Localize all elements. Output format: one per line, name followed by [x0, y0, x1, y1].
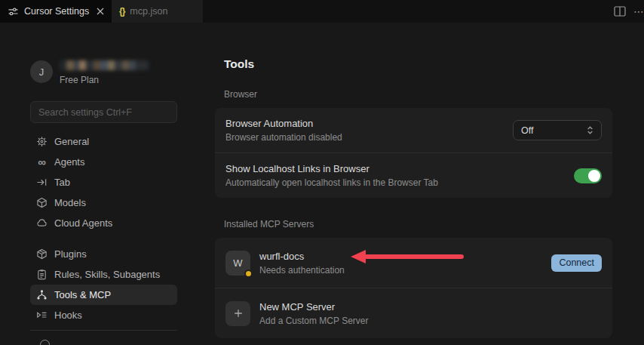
search-box: [30, 101, 177, 123]
sidebar-item-tools-and-mcp[interactable]: Tools & MCP: [30, 285, 177, 305]
setting-row-show-localhost-links: Show Localhost Links in Browser Automati…: [215, 153, 612, 198]
account-icon[interactable]: [40, 340, 50, 345]
sidebar-item-hooks[interactable]: Hooks: [30, 305, 177, 325]
plan-label: Free Plan: [60, 75, 149, 85]
mcp-servers-card: W wurfl-docs Needs authentication Connec…: [215, 238, 612, 338]
editor-tab-bar: Cursor Settings {} mcp.json ⋯: [0, 0, 644, 23]
avatar: J: [30, 60, 53, 83]
sidebar-item-label: Tools & MCP: [54, 289, 111, 300]
sidebar-item-models[interactable]: Models: [30, 193, 177, 213]
tab-label: Cursor Settings: [24, 6, 89, 17]
sidebar-divider: [30, 330, 177, 331]
tab-arrow-icon: [36, 177, 48, 188]
tab-bar-actions: ⋯: [614, 0, 644, 23]
setting-subtitle: Automatically open localhost links in th…: [225, 177, 438, 188]
sidebar-group-2: Plugins Rules, Skills, Subagents: [30, 244, 177, 325]
mcp-server-row-wurfl-docs: W wurfl-docs Needs authentication Connec…: [215, 238, 612, 288]
browser-automation-select[interactable]: Off: [513, 120, 602, 140]
infinity-icon: ∞: [36, 156, 48, 168]
page-title: Tools: [215, 57, 612, 71]
new-server-subtitle: Add a Custom MCP Server: [259, 316, 369, 326]
server-avatar: W: [225, 251, 250, 276]
sidebar-item-plugins[interactable]: Plugins: [30, 244, 177, 264]
cube-icon: [36, 197, 48, 208]
sidebar-group-1: General ∞ Agents Tab: [30, 131, 177, 233]
sidebar-item-label: Tab: [54, 177, 70, 188]
gear-icon: [36, 136, 48, 147]
tab-cursor-settings[interactable]: Cursor Settings: [0, 0, 112, 23]
sidebar-item-rules-skills-subagents[interactable]: Rules, Skills, Subagents: [30, 264, 177, 285]
sidebar-item-general[interactable]: General: [30, 131, 177, 152]
new-server-title: New MCP Server: [259, 301, 369, 313]
select-value: Off: [521, 125, 533, 136]
setting-row-browser-automation: Browser Automation Browser automation di…: [215, 108, 612, 152]
more-actions-icon[interactable]: ⋯: [633, 5, 644, 17]
sidebar-item-label: Models: [54, 197, 86, 208]
cursor-settings-window: Cursor Settings {} mcp.json ⋯ J: [0, 0, 644, 345]
sidebar-item-label: Plugins: [54, 248, 87, 260]
sidebar-item-cloud-agents[interactable]: Cloud Agents: [30, 213, 177, 233]
split-editor-icon[interactable]: [614, 6, 626, 17]
settings-sliders-icon: [8, 6, 19, 17]
new-mcp-server-row[interactable]: New MCP Server Add a Custom MCP Server: [215, 288, 612, 338]
chevron-up-down-icon: [585, 125, 595, 135]
server-status: Needs authentication: [259, 265, 345, 276]
hooks-list-icon: [36, 310, 48, 321]
settings-sidebar: J Free Plan General ∞ Agents: [30, 57, 177, 325]
browser-settings-card: Browser Automation Browser automation di…: [215, 108, 612, 198]
settings-main-panel: Tools Browser Browser Automation Browser…: [215, 57, 612, 338]
braces-icon: {}: [119, 6, 124, 17]
setting-title: Browser Automation: [225, 118, 342, 129]
plus-icon: [225, 301, 250, 326]
sidebar-item-tab[interactable]: Tab: [30, 172, 177, 193]
cloud-icon: [36, 217, 48, 229]
user-profile: J Free Plan: [30, 57, 177, 92]
sidebar-item-label: Cloud Agents: [54, 217, 112, 229]
sidebar-item-label: Hooks: [54, 310, 82, 321]
close-tab-icon[interactable]: [97, 8, 104, 15]
package-icon: [36, 248, 48, 260]
search-settings-input[interactable]: [30, 101, 177, 123]
server-avatar-initial: W: [233, 257, 242, 269]
setting-title: Show Localhost Links in Browser: [225, 163, 438, 174]
localhost-links-toggle[interactable]: [574, 168, 602, 183]
fork-icon: [36, 289, 48, 300]
section-label-installed-mcp-servers: Installed MCP Servers: [215, 219, 612, 229]
toggle-knob: [588, 170, 600, 182]
needs-auth-status-dot: [244, 270, 253, 278]
sidebar-item-label: Rules, Skills, Subagents: [54, 269, 160, 280]
sidebar-item-label: General: [54, 136, 89, 147]
redacted-username: [60, 60, 149, 70]
clipboard-icon: [36, 269, 48, 280]
tab-label: mcp.json: [130, 6, 167, 17]
server-name: wurfl-docs: [259, 251, 345, 262]
tab-mcp-json[interactable]: {} mcp.json: [112, 0, 204, 23]
setting-subtitle: Browser automation disabled: [225, 132, 342, 143]
connect-button[interactable]: Connect: [551, 254, 602, 272]
sidebar-item-label: Agents: [54, 156, 84, 168]
sidebar-item-agents[interactable]: ∞ Agents: [30, 152, 177, 172]
section-label-browser: Browser: [215, 89, 612, 100]
